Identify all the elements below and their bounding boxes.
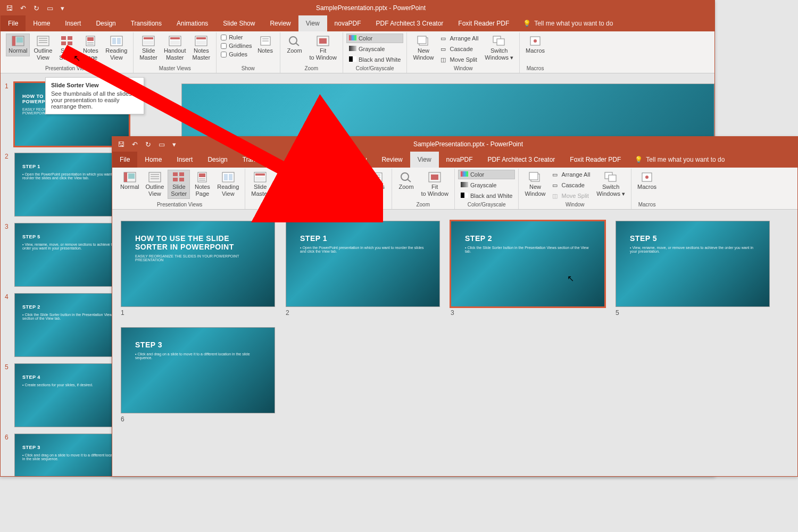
switch-windows-button[interactable]: SwitchWindows ▾ (482, 34, 516, 63)
menu-home[interactable]: Home (26, 15, 57, 31)
save-icon[interactable]: 🖫 (118, 140, 124, 148)
current-slide[interactable] (181, 84, 714, 141)
switch-windows-button[interactable]: SwitchWindows ▾ (594, 170, 628, 199)
move-split-button[interactable]: ◫Move Split (550, 191, 593, 201)
qat-more-icon[interactable]: ▾ (172, 140, 176, 148)
zoom-button[interactable]: Zoom (395, 170, 418, 193)
menu-foxit-reader-pdf[interactable]: Foxit Reader PDF (562, 152, 628, 168)
cascade-button[interactable]: ▭Cascade (438, 44, 481, 54)
fit-to-window-button[interactable]: Fitto Window (419, 170, 451, 199)
tell-me-search[interactable]: 💡Tell me what you want to do (517, 15, 619, 31)
start-from-beginning-icon[interactable]: ▭ (47, 4, 53, 12)
move-split-button[interactable]: ◫Move Split (438, 55, 481, 64)
outline-view-button[interactable]: OutlineView (143, 170, 167, 199)
menu-animations[interactable]: Animations (281, 152, 327, 168)
menu-transitions[interactable]: Transitions (235, 152, 281, 168)
svg-rect-18 (144, 40, 153, 45)
arrange-all-button[interactable]: ▭Arrange All (550, 170, 593, 179)
reading-view-button[interactable]: ReadingView (214, 170, 242, 199)
menu-transitions[interactable]: Transitions (123, 15, 169, 31)
svg-rect-35 (497, 39, 504, 45)
menu-novapdf[interactable]: novaPDF (327, 15, 369, 31)
menu-insert[interactable]: Insert (57, 15, 88, 31)
handout-master-button[interactable]: HandoutMaster (161, 34, 189, 63)
start-from-beginning-icon[interactable]: ▭ (159, 140, 165, 148)
gridlines-checkbox[interactable]: Gridlines (220, 42, 253, 49)
slide-sorter-pane[interactable]: HOW TO USE THE SLIDE SORTER IN POWERPOIN… (112, 215, 797, 476)
sorter-slide-2[interactable]: STEP 1• Open the PowerPoint presentation… (286, 221, 440, 317)
undo-icon[interactable]: ↶ (132, 140, 138, 148)
thumbnail-slide-6[interactable]: 6STEP 3• Click and drag on a slide to mo… (5, 434, 129, 476)
menu-novapdf[interactable]: novaPDF (439, 152, 480, 168)
black-white-button[interactable]: Black and White (458, 191, 515, 201)
menu-foxit-reader-pdf[interactable]: Foxit Reader PDF (451, 15, 517, 31)
notes-page-button[interactable]: NotesPage (191, 170, 213, 199)
menu-slide-show[interactable]: Slide Show (327, 152, 374, 168)
menu-pdf-architect-3-creator[interactable]: PDF Architect 3 Creator (480, 152, 563, 168)
menu-review[interactable]: Review (374, 152, 410, 168)
color-button[interactable]: Color (458, 170, 515, 179)
powerpoint-window-front: 🖫 ↶ ↻ ▭ ▾ SamplePresentation.pptx - Powe… (112, 136, 798, 477)
thumbnail-slide-3[interactable]: 3STEP 5• View, rename, move, or remove s… (5, 223, 129, 287)
menu-home[interactable]: Home (137, 152, 169, 168)
thumbnail-slide-5[interactable]: 5STEP 4• Create sections for your slides… (5, 363, 129, 427)
macros-button[interactable]: Macros (635, 170, 659, 193)
reading-view-button[interactable]: ReadingView (103, 34, 130, 63)
menu-insert[interactable]: Insert (169, 152, 200, 168)
zoom-button[interactable]: Zoom (284, 34, 306, 56)
handout-master-button[interactable]: HandoutMaster (273, 170, 301, 199)
grayscale-button[interactable]: Grayscale (458, 180, 515, 190)
slide-master-button[interactable]: SlideMaster (248, 170, 272, 199)
ruler-checkbox[interactable]: Ruler (331, 170, 364, 177)
thumbnail-slide-2[interactable]: 2STEP 1• Open the PowerPoint presentatio… (5, 153, 129, 217)
fit-to-window-button[interactable]: Fitto Window (307, 34, 339, 63)
group-window: NewWindow▭Arrange All▭Cascade◫Move Split… (407, 32, 520, 73)
new-window-button[interactable]: NewWindow (410, 34, 436, 63)
sorter-slide-3[interactable]: STEP 2• Click the Slide Sorter button in… (451, 221, 605, 317)
slide-sorter-button[interactable]: SlideSorter (168, 170, 190, 199)
notes-button[interactable]: Notes (366, 170, 388, 193)
menu-file[interactable]: File (1, 15, 26, 31)
cascade-button[interactable]: ▭Cascade (550, 180, 593, 190)
slide-master-button[interactable]: SlideMaster (137, 34, 160, 63)
sorter-slide-5[interactable]: STEP 5• View, rename, move, or remove se… (616, 221, 770, 317)
outline-view-button[interactable]: OutlineView (31, 34, 55, 63)
qat-more-icon[interactable]: ▾ (61, 4, 64, 12)
svg-rect-17 (144, 37, 153, 39)
ruler-checkbox[interactable]: Ruler (220, 34, 253, 41)
normal-view-button[interactable]: Normal (6, 34, 30, 56)
menu-view[interactable]: View (410, 152, 439, 168)
arrange-all-button[interactable]: ▭Arrange All (438, 34, 481, 43)
menu-design[interactable]: Design (200, 152, 235, 168)
sorter-slide-1[interactable]: HOW TO USE THE SLIDE SORTER IN POWERPOIN… (121, 221, 275, 317)
new-window-button[interactable]: NewWindow (522, 170, 548, 199)
guides-checkbox[interactable]: Guides (331, 187, 364, 194)
notes-master-button[interactable]: NotesMaster (190, 34, 213, 63)
menu-pdf-architect-3-creator[interactable]: PDF Architect 3 Creator (369, 15, 451, 31)
undo-icon[interactable]: ↶ (20, 4, 26, 12)
svg-rect-69 (431, 174, 438, 180)
menu-view[interactable]: View (298, 15, 327, 31)
svg-rect-46 (179, 172, 184, 176)
menu-slide-show[interactable]: Slide Show (215, 15, 262, 31)
menu-animations[interactable]: Animations (169, 15, 215, 31)
sorter-slide-6[interactable]: STEP 3• Click and drag on a slide to mov… (121, 327, 275, 423)
grayscale-button[interactable]: Grayscale (346, 44, 403, 54)
redo-icon[interactable]: ↻ (34, 4, 39, 12)
redo-icon[interactable]: ↻ (145, 140, 151, 148)
thumbnail-slide-4[interactable]: 4STEP 2• Click the Slide Sorter button i… (5, 293, 129, 357)
notes-master-button[interactable]: NotesMaster (302, 170, 325, 199)
save-icon[interactable]: 🖫 (6, 4, 13, 12)
gridlines-checkbox[interactable]: Gridlines (331, 178, 364, 186)
notes-button[interactable]: Notes (254, 34, 277, 56)
color-button[interactable]: Color (346, 34, 403, 43)
menu-file[interactable]: File (112, 152, 137, 168)
tell-me-search[interactable]: 💡Tell me what you want to do (628, 152, 731, 168)
guides-checkbox[interactable]: Guides (220, 51, 253, 58)
notes-page-button[interactable]: NotesPage (79, 34, 102, 63)
menu-review[interactable]: Review (262, 15, 298, 31)
menu-design[interactable]: Design (88, 15, 123, 31)
macros-button[interactable]: Macros (523, 34, 547, 56)
black-white-button[interactable]: Black and White (346, 55, 403, 64)
normal-view-button[interactable]: Normal (118, 170, 142, 193)
